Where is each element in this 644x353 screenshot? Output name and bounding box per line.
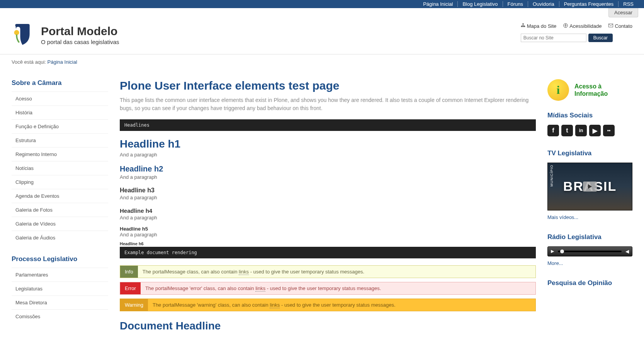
message-link[interactable]: links — [239, 269, 249, 275]
nav-item: Agenda de Eventos — [12, 189, 108, 203]
message-text: The portalMessage 'warning' class, can a… — [153, 302, 270, 308]
nav-item: Comissões — [12, 309, 108, 323]
main-content: Plone User Interface elements test page … — [120, 70, 536, 334]
nav-link[interactable]: Galeria de Áudios — [12, 231, 108, 244]
radio-title: Rádio Legislativa — [547, 233, 632, 241]
poll-section: Pesquisa de Opinião — [547, 279, 632, 287]
facebook-icon[interactable]: f — [547, 125, 559, 136]
nav-item: Acesso — [12, 92, 108, 105]
svg-rect-1 — [522, 24, 523, 24]
site-title: Portal Modelo — [41, 25, 119, 38]
paragraph: And a paragraph — [120, 232, 536, 238]
nav-item: Clipping — [12, 175, 108, 189]
tv-section: TV Legislativa MUNICÍPIO BRASIL Mais víd… — [547, 149, 632, 220]
nav-item: Galeria de Áudios — [12, 231, 108, 244]
more-videos-link[interactable]: Mais vídeos... — [547, 214, 578, 220]
nav-link[interactable]: Galeria de Fotos — [12, 203, 108, 217]
info-balloon-icon: i — [547, 79, 569, 101]
top-nav-link[interactable]: Blog Legislativo — [458, 1, 503, 7]
nav-link[interactable]: Comissões — [12, 310, 108, 323]
nav-item: Galeria de Vídeos — [12, 217, 108, 231]
top-nav-link[interactable]: Página Inicial — [418, 1, 458, 7]
nav-item: Função e Definição — [12, 119, 108, 133]
info-access-link[interactable]: i Acesso à Informação — [547, 79, 632, 101]
social-section: Mídias Sociais ftin▶•• — [547, 112, 632, 136]
sitemap-label: Mapa do Site — [527, 23, 557, 29]
contact-link[interactable]: Contato — [608, 23, 632, 29]
info-access-line2: Informação — [574, 90, 608, 97]
tv-player[interactable]: MUNICÍPIO BRASIL — [547, 163, 632, 210]
nav-section-title: Sobre a Câmara — [12, 79, 108, 87]
nav-item: Galeria de Fotos — [12, 203, 108, 217]
brand: Portal Modelo O portal das casas legisla… — [12, 23, 119, 46]
nav-item: Parlamentares — [12, 268, 108, 282]
nav-link[interactable]: Galeria de Vídeos — [12, 217, 108, 231]
accessibility-link[interactable]: Acessibilidade — [563, 23, 602, 29]
linkedin-icon[interactable]: in — [575, 125, 587, 136]
radio-track[interactable] — [558, 251, 622, 252]
message-label: Error — [120, 282, 141, 294]
message-text: - used to give the user temporary status… — [265, 285, 381, 291]
nav-link[interactable]: Notícias — [12, 161, 108, 175]
code-block-headlines: Headlines — [120, 119, 536, 131]
login-button[interactable]: Acessar — [608, 8, 638, 17]
svg-rect-4 — [524, 26, 525, 27]
breadcrumb-home[interactable]: Página Inicial — [48, 59, 77, 65]
message-link[interactable]: links — [255, 285, 265, 292]
top-nav-link[interactable]: Ouvidoria — [528, 1, 559, 7]
paragraph: And a paragraph — [120, 215, 536, 221]
envelope-icon — [608, 23, 613, 29]
nav-item: Estrutura — [12, 133, 108, 147]
nav-link[interactable]: História — [12, 106, 108, 119]
paragraph: And a paragraph — [120, 152, 536, 158]
more-link[interactable]: More... — [547, 260, 563, 266]
header-utils: Mapa do Site Acessibilidade Contato — [521, 23, 632, 29]
message-label: Warning — [120, 299, 148, 311]
nav-link[interactable]: Legislaturas — [12, 282, 108, 295]
volume-icon: ◀ — [625, 249, 629, 254]
twitter-icon[interactable]: t — [561, 125, 573, 136]
page-description: This page lists the common user interfac… — [120, 96, 536, 112]
top-nav-link[interactable]: Perguntas Frequentes — [559, 1, 619, 7]
nav-link[interactable]: Mesa Diretora — [12, 296, 108, 309]
youtube-icon[interactable]: ▶ — [589, 125, 601, 136]
info-access-text: Acesso à Informação — [574, 83, 608, 97]
nav-item: Mesa Diretora — [12, 295, 108, 309]
nav-link[interactable]: Estrutura — [12, 134, 108, 147]
heading-h4: Headline h4 — [120, 207, 536, 214]
nav-section-title: Processo Legislativo — [12, 255, 108, 263]
nav-link[interactable]: Regimento Interno — [12, 148, 108, 161]
nav-link[interactable]: Clipping — [12, 175, 108, 189]
svg-point-0 — [14, 30, 19, 35]
sitemap-link[interactable]: Mapa do Site — [521, 23, 557, 29]
search-input[interactable] — [521, 34, 586, 42]
sidebar-left: Sobre a CâmaraAcessoHistóriaFunção e Def… — [12, 70, 108, 334]
top-nav-link[interactable]: Fóruns — [503, 1, 528, 7]
nav-link[interactable]: Acesso — [12, 92, 108, 105]
radio-thumb[interactable] — [560, 249, 564, 253]
document-headline: Document Headline — [120, 320, 536, 332]
social-title: Mídias Sociais — [547, 112, 632, 119]
top-nav-link[interactable]: RSS — [619, 1, 638, 7]
site-subtitle: O portal das casas legislativas — [41, 39, 119, 45]
nav-item: Notícias — [12, 161, 108, 175]
info-access-line1: Acesso à — [574, 83, 608, 90]
portal-message-info: Info The portalMessage class, can also c… — [120, 265, 536, 278]
radio-player[interactable]: ▶ ◀ — [547, 246, 632, 256]
heading-h2: Headline h2 — [120, 165, 536, 173]
message-link[interactable]: links — [270, 302, 280, 308]
message-text: The portalMessage 'error' class, can als… — [145, 285, 255, 291]
flickr-icon[interactable]: •• — [603, 125, 615, 136]
paragraph: And a paragraph — [120, 195, 536, 200]
message-label: Info — [120, 266, 138, 278]
nav-link[interactable]: Função e Definição — [12, 120, 108, 133]
nav-link[interactable]: Parlamentares — [12, 268, 108, 282]
nav-item: Regimento Interno — [12, 147, 108, 161]
heading-h1: Headline h1 — [120, 138, 536, 150]
heading-h3: Headline h3 — [120, 187, 536, 194]
play-icon — [583, 182, 597, 192]
svg-point-6 — [565, 24, 566, 25]
nav-list: AcessoHistóriaFunção e DefiniçãoEstrutur… — [12, 92, 108, 244]
search-button[interactable]: Buscar — [588, 34, 613, 42]
nav-link[interactable]: Agenda de Eventos — [12, 189, 108, 203]
